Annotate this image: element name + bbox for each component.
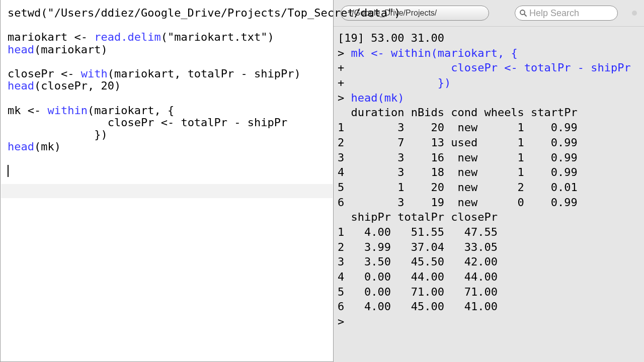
code-text: (mariokart, {: [88, 104, 174, 117]
code-text: (mariokart): [34, 43, 108, 56]
table-header: shipPr totalPr closePr: [338, 211, 498, 223]
table-row: 3 3 16 new 1 0.99: [338, 151, 578, 164]
console-prompt: +: [338, 76, 351, 89]
editor-content[interactable]: setwd("/Users/ddiez/Google_Drive/Project…: [8, 7, 326, 178]
code-line: }): [8, 128, 108, 141]
code-text: (mk): [34, 140, 61, 153]
code-line: mk <-: [8, 104, 47, 117]
console-output[interactable]: [19] 53.00 31.00 > mk <- within(mariokar…: [334, 27, 644, 362]
table-row: 4 0.00 44.00 44.00: [338, 270, 498, 283]
table-row: 4 3 18 new 1 0.99: [338, 166, 578, 178]
code-fn: within: [47, 104, 87, 117]
code-text: (closePr, 20): [34, 79, 121, 92]
table-row: 2 3.99 37.04 33.05: [338, 241, 498, 253]
help-search-input[interactable]: Help Search: [515, 6, 618, 21]
console-prompt: +: [338, 61, 351, 74]
table-row: 5 1 20 new 2 0.01: [338, 181, 578, 194]
code-fn: head: [8, 43, 34, 56]
help-search-placeholder: Help Search: [529, 8, 579, 19]
table-row: 6 3 19 new 0 0.99: [338, 196, 578, 209]
console-input: mk <- within(mariokart, {: [351, 47, 518, 59]
console-prompt[interactable]: >: [338, 315, 351, 328]
console-input: }): [351, 76, 451, 89]
console-prompt: >: [338, 47, 351, 59]
source-editor-pane[interactable]: setwd("/Users/ddiez/Google_Drive/Project…: [0, 0, 334, 362]
current-line-highlight: [1, 184, 333, 198]
code-text: (mariokart, totalPr - shipPr): [108, 67, 301, 80]
console-input: closePr <- totalPr - shipPr: [351, 61, 631, 74]
table-row: 1 3 20 new 1 0.99: [338, 121, 578, 134]
code-fn: with: [81, 67, 108, 80]
console-input: head(mk): [351, 92, 405, 104]
table-row: 6 4.00 45.00 41.00: [338, 300, 498, 313]
console-line: [19] 53.00 31.00: [338, 32, 444, 44]
text-cursor: [8, 165, 9, 177]
code-line: closePr <- totalPr - shipPr: [8, 116, 287, 129]
table-row: 2 7 13 used 1 0.99: [338, 136, 578, 149]
code-fn: read.delim: [94, 31, 160, 43]
code-fn: head: [8, 79, 34, 92]
code-text: ("mariokart.txt"): [161, 31, 274, 43]
svg-line-1: [524, 14, 526, 16]
table-header: duration nBids cond wheels startPr: [338, 106, 578, 119]
code-line: setwd("/Users/ddiez/Google_Drive/Project…: [8, 7, 400, 19]
code-fn: head: [8, 140, 34, 153]
table-row: 1 4.00 51.55 47.55: [338, 226, 498, 238]
table-row: 5 0.00 71.00 71.00: [338, 286, 498, 298]
console-prompt: >: [338, 92, 351, 104]
session-status-indicator: [632, 11, 637, 16]
console-pane: ~/Google_Drive/Projects/ Help Search [19…: [334, 0, 644, 362]
code-line: closePr <-: [8, 67, 81, 80]
code-line: mariokart <-: [8, 31, 94, 43]
search-icon: [519, 9, 527, 17]
rstudio-app: setwd("/Users/ddiez/Google_Drive/Project…: [0, 0, 644, 362]
table-row: 3 3.50 45.50 42.00: [338, 255, 498, 268]
